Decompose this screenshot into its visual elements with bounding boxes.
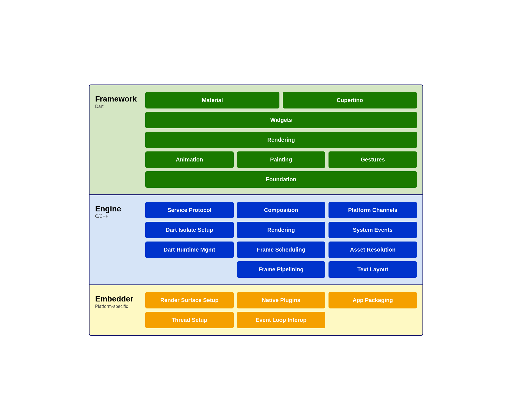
framework-row-1: Material Cupertino	[145, 92, 417, 108]
embedder-content: Render Surface Setup Native Plugins App …	[145, 292, 417, 328]
framework-label: Framework Dart	[95, 92, 145, 188]
dart-runtime-mgmt-block: Dart Runtime Mgmt	[145, 242, 234, 258]
framework-row-2: Widgets	[145, 112, 417, 128]
dart-isolate-setup-block: Dart Isolate Setup	[145, 222, 234, 238]
system-events-block: System Events	[329, 222, 417, 238]
framework-content: Material Cupertino Widgets Rendering	[145, 92, 417, 188]
gestures-block: Gestures	[329, 151, 417, 168]
rendering-framework-block: Rendering	[145, 132, 417, 148]
embedder-layer: Embedder Platform-specific Render Surfac…	[90, 285, 422, 335]
engine-row-2: Dart Isolate Setup Rendering System Even…	[145, 222, 417, 238]
foundation-block: Foundation	[145, 171, 417, 188]
framework-row-5: Foundation	[145, 171, 417, 188]
framework-title: Framework	[95, 94, 145, 104]
service-protocol-block: Service Protocol	[145, 202, 234, 218]
painting-block: Painting	[237, 151, 325, 168]
thread-setup-block: Thread Setup	[145, 312, 234, 328]
app-packaging-block: App Packaging	[329, 292, 417, 308]
engine-subtitle: C/C++	[95, 214, 145, 219]
widgets-block: Widgets	[145, 112, 417, 128]
embedder-title: Embedder	[95, 294, 145, 304]
text-layout-block: Text Layout	[329, 261, 417, 278]
framework-layer: Framework Dart Material Cupertino Widget…	[90, 85, 422, 195]
diagram-container: Framework Dart Material Cupertino Widget…	[89, 85, 423, 336]
frame-scheduling-block: Frame Scheduling	[237, 242, 325, 258]
asset-resolution-block: Asset Resolution	[329, 242, 417, 258]
animation-block: Animation	[145, 151, 234, 168]
framework-row-3: Rendering	[145, 132, 417, 148]
embedder-subtitle: Platform-specific	[95, 304, 145, 309]
engine-row-4: Frame Pipelining Text Layout	[145, 261, 417, 278]
rendering-engine-block: Rendering	[237, 222, 325, 238]
event-loop-interop-block: Event Loop Interop	[237, 312, 325, 328]
engine-content: Service Protocol Composition Platform Ch…	[145, 202, 417, 278]
framework-row-4: Animation Painting Gestures	[145, 151, 417, 168]
material-block: Material	[145, 92, 279, 108]
render-surface-setup-block: Render Surface Setup	[145, 292, 234, 308]
composition-block: Composition	[237, 202, 325, 218]
embedder-label: Embedder Platform-specific	[95, 292, 145, 328]
native-plugins-block: Native Plugins	[237, 292, 325, 308]
platform-channels-block: Platform Channels	[329, 202, 417, 218]
frame-pipelining-block: Frame Pipelining	[237, 261, 325, 278]
engine-layer: Engine C/C++ Service Protocol Compositio…	[90, 195, 422, 285]
cupertino-block: Cupertino	[283, 92, 417, 108]
engine-title: Engine	[95, 204, 145, 214]
engine-row-1: Service Protocol Composition Platform Ch…	[145, 202, 417, 218]
engine-row-3: Dart Runtime Mgmt Frame Scheduling Asset…	[145, 242, 417, 258]
framework-subtitle: Dart	[95, 104, 145, 109]
embedder-row-2: Thread Setup Event Loop Interop	[145, 312, 417, 328]
embedder-row-1: Render Surface Setup Native Plugins App …	[145, 292, 417, 308]
engine-label: Engine C/C++	[95, 202, 145, 278]
